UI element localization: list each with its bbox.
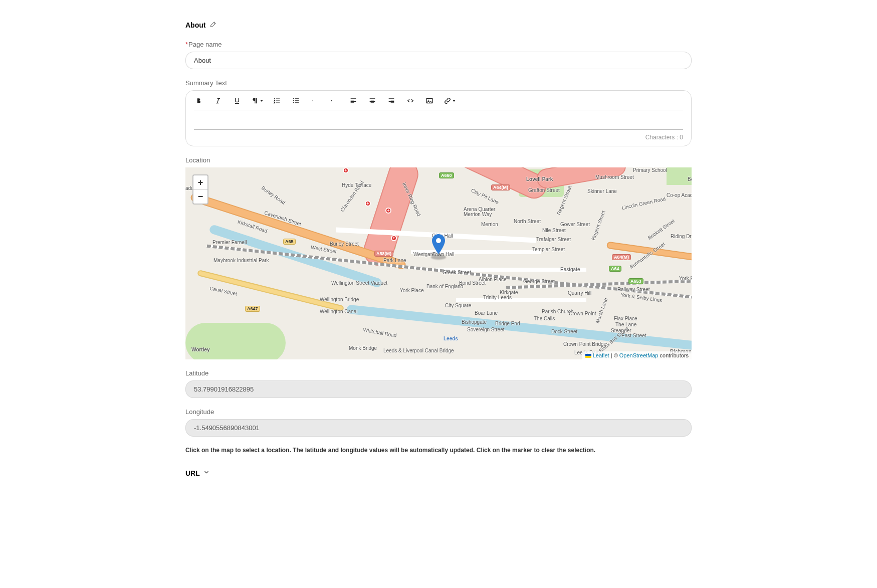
map-label: Greek Street bbox=[443, 270, 471, 275]
map-label: Wellington Bridge bbox=[320, 297, 359, 302]
svg-point-1 bbox=[293, 100, 294, 101]
map-label: Flax Place bbox=[614, 316, 637, 321]
leaflet-link[interactable]: Leaflet bbox=[593, 352, 609, 358]
road-badge-a653: A653 bbox=[628, 278, 643, 284]
italic-button[interactable] bbox=[213, 96, 223, 106]
map-label: Beckett Arms Corridor bbox=[688, 176, 692, 182]
map-label: Dock Street bbox=[551, 329, 577, 334]
map-label: Lovell Park bbox=[526, 176, 553, 182]
align-center-button[interactable] bbox=[367, 96, 377, 106]
map-label: Monk Bridge bbox=[349, 345, 377, 351]
required-asterisk: * bbox=[185, 41, 188, 48]
road-badge-a65: A65 bbox=[283, 239, 296, 245]
link-button[interactable] bbox=[444, 96, 456, 106]
map-label: Bridge End bbox=[495, 321, 520, 326]
map-label: Grafton Street bbox=[528, 187, 560, 193]
svg-point-5 bbox=[436, 238, 441, 243]
map-label: Bishopgate bbox=[462, 319, 487, 325]
longitude-input bbox=[185, 419, 692, 437]
map-label: North Street bbox=[514, 219, 541, 224]
map-label: Riding Drive bbox=[671, 234, 692, 239]
map-label: Co-op Academy Leeds bbox=[667, 192, 692, 198]
ordered-list-button[interactable] bbox=[272, 96, 282, 106]
map-label: York Road bbox=[679, 276, 692, 281]
road-badge-a647: A647 bbox=[245, 306, 260, 312]
image-button[interactable] bbox=[424, 96, 434, 106]
map-label: Burley Road bbox=[261, 185, 286, 206]
map-marker[interactable] bbox=[432, 234, 445, 256]
map-label: Leeds & Liverpool Canal Bridge bbox=[383, 348, 454, 353]
map-label: Bond Street bbox=[459, 280, 486, 286]
map-label: Wellington Canal bbox=[320, 309, 357, 314]
indent-button[interactable] bbox=[329, 96, 339, 106]
ukraine-flag-icon bbox=[585, 354, 591, 358]
map-label: City Square bbox=[445, 303, 471, 308]
align-left-button[interactable] bbox=[348, 96, 358, 106]
unordered-list-button[interactable] bbox=[291, 96, 301, 106]
map-label: Sovereign Street bbox=[467, 327, 505, 332]
map-label: Merrion Way bbox=[464, 212, 492, 217]
map-label: Mushroom Street bbox=[595, 174, 634, 180]
map-label: Boar Lane bbox=[475, 310, 498, 316]
zoom-control: + − bbox=[192, 174, 208, 205]
page-name-input[interactable] bbox=[185, 52, 692, 69]
map-label: East Street bbox=[621, 333, 646, 338]
map-label: George Street bbox=[523, 279, 555, 284]
chevron-down-icon bbox=[203, 469, 210, 477]
page-name-label: *Page name bbox=[185, 41, 692, 48]
osm-link[interactable]: OpenStreetMap bbox=[619, 352, 659, 358]
underline-button[interactable] bbox=[232, 96, 242, 106]
map-label: Canal Street bbox=[209, 285, 238, 296]
svg-point-2 bbox=[293, 102, 294, 103]
map-label: Regent Street bbox=[590, 210, 606, 241]
road-badge-a64: A64 bbox=[609, 266, 621, 272]
map-label: Railway Street bbox=[617, 287, 649, 292]
outdent-button[interactable] bbox=[310, 96, 320, 106]
map-label: Crown Point Bridge bbox=[563, 341, 606, 347]
editor-toolbar bbox=[186, 91, 691, 110]
map-label: York Place bbox=[400, 288, 423, 293]
rich-text-editor: Characters : 0 bbox=[185, 90, 692, 146]
zoom-out-button[interactable]: − bbox=[193, 189, 207, 204]
map-label: Leeds bbox=[444, 336, 458, 341]
map-label: Quarry Hill bbox=[568, 290, 591, 296]
road-badge-a660: A660 bbox=[439, 172, 454, 178]
map-label: Nile Street bbox=[542, 228, 566, 233]
svg-point-0 bbox=[293, 98, 294, 99]
edit-icon[interactable] bbox=[209, 20, 217, 30]
map-label: Maybrook Industrial Park bbox=[213, 258, 269, 263]
map-label: Trafalgar Street bbox=[536, 237, 571, 242]
road-badge-a58m: A58(M) bbox=[374, 251, 393, 257]
map-label: Primary School bbox=[633, 167, 667, 173]
map-label: Park Lane bbox=[383, 258, 406, 263]
map-label: Skinner Lane bbox=[587, 188, 617, 194]
character-count: Characters : 0 bbox=[186, 130, 691, 146]
map-label: Eastgate bbox=[560, 267, 580, 272]
editor-content[interactable] bbox=[194, 110, 683, 130]
url-section-toggle[interactable]: URL bbox=[185, 469, 692, 477]
map-label: Templar Street bbox=[532, 247, 565, 252]
map-label: Kirkgate bbox=[500, 290, 518, 295]
paragraph-button[interactable] bbox=[251, 96, 263, 106]
map-label: Lincoln Green Road bbox=[621, 196, 666, 211]
map[interactable]: A65 A647 A660 A64(M) A58(M) A64 A64(M) A… bbox=[185, 167, 692, 359]
map-label: Crown Point bbox=[569, 311, 596, 316]
map-label: Wellington Street Viaduct bbox=[331, 280, 387, 286]
map-label: Gower Street bbox=[560, 222, 590, 227]
align-right-button[interactable] bbox=[386, 96, 396, 106]
url-section-label: URL bbox=[185, 469, 200, 477]
road-badge-a64m-2: A64(M) bbox=[612, 254, 631, 260]
summary-label: Summary Text bbox=[185, 79, 692, 87]
map-label: The Calls bbox=[534, 316, 555, 321]
map-label: Marsh Lane bbox=[594, 297, 608, 324]
code-button[interactable] bbox=[405, 96, 415, 106]
svg-point-4 bbox=[428, 100, 429, 101]
zoom-in-button[interactable]: + bbox=[193, 175, 207, 189]
map-canvas[interactable]: A65 A647 A660 A64(M) A58(M) A64 A64(M) A… bbox=[185, 167, 692, 359]
map-label: Steander bbox=[611, 328, 631, 333]
map-label: Burley Street bbox=[330, 241, 359, 247]
map-label: Premier Farnell bbox=[212, 240, 247, 245]
map-label: Trinity Leeds bbox=[483, 295, 512, 300]
map-label: The Lane bbox=[615, 322, 636, 327]
bold-button[interactable] bbox=[194, 96, 204, 106]
